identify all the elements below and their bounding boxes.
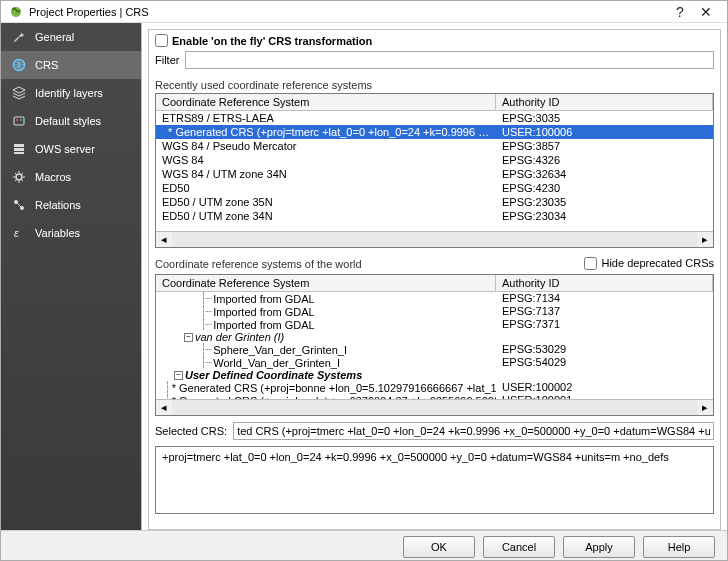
- auth-cell: EPSG:7137: [496, 305, 713, 318]
- crs-cell: ED50 / UTM zone 34N: [156, 210, 496, 222]
- svg-rect-4: [20, 119, 22, 121]
- tree-item[interactable]: − van der Grinten (I): [156, 331, 713, 343]
- server-icon: [11, 141, 27, 157]
- col-crs[interactable]: Coordinate Reference System: [156, 94, 496, 110]
- world-hscroll[interactable]: ◂ ▸: [156, 399, 713, 415]
- close-icon[interactable]: ✕: [693, 4, 719, 20]
- scroll-left-icon[interactable]: ◂: [156, 232, 172, 248]
- crs-cell: WGS 84 / Pseudo Mercator: [156, 140, 496, 152]
- auth-cell: EPSG:23035: [496, 196, 713, 208]
- col-auth[interactable]: Authority ID: [496, 94, 713, 110]
- gear-icon: [11, 169, 27, 185]
- crs-cell: − User Defined Coordinate Systems: [156, 369, 496, 381]
- titlebar: Project Properties | CRS ? ✕: [1, 1, 727, 23]
- sidebar-item-variables[interactable]: ε Variables: [1, 219, 141, 247]
- wrench-icon: [11, 29, 27, 45]
- crs-cell: ED50: [156, 182, 496, 194]
- crs-cell: ┆ * Generated CRS (+proj=bonne +lon_0=5.…: [156, 381, 496, 394]
- tree-item[interactable]: ┆┈ Sphere_Van_der_Grinten_IEPSG:53029: [156, 343, 713, 356]
- tree-item[interactable]: ┆┈ Imported from GDALEPSG:7137: [156, 305, 713, 318]
- crs-cell: ED50 / UTM zone 35N: [156, 196, 496, 208]
- sidebar-item-label: Identify layers: [35, 87, 103, 99]
- tree-item[interactable]: ┆ * Generated CRS (+proj=bonne +lon_0=5.…: [156, 381, 713, 394]
- tree-item[interactable]: ┆┈ Imported from GDALEPSG:7134: [156, 292, 713, 305]
- table-row[interactable]: WGS 84EPSG:4326: [156, 153, 713, 167]
- crs-groupbox: Enable 'on the fly' CRS transformation F…: [148, 29, 721, 530]
- tree-item[interactable]: − User Defined Coordinate Systems: [156, 369, 713, 381]
- auth-cell: EPSG:3035: [496, 112, 713, 124]
- proj-string-box: +proj=tmerc +lat_0=0 +lon_0=24 +k=0.9996…: [155, 446, 714, 514]
- enable-otf-checkbox[interactable]: [155, 34, 168, 47]
- svg-rect-3: [16, 119, 18, 121]
- table-row[interactable]: ED50 / UTM zone 35NEPSG:23035: [156, 195, 713, 209]
- svg-rect-6: [14, 148, 24, 151]
- hide-deprecated-label: Hide deprecated CRSs: [601, 257, 714, 269]
- svg-point-8: [16, 174, 22, 180]
- sidebar-item-label: CRS: [35, 59, 58, 71]
- sidebar-item-styles[interactable]: Default styles: [1, 107, 141, 135]
- recent-crs-list[interactable]: Coordinate Reference System Authority ID…: [155, 93, 714, 248]
- enable-otf-label: Enable 'on the fly' CRS transformation: [172, 35, 372, 47]
- svg-rect-7: [14, 152, 24, 154]
- col-crs[interactable]: Coordinate Reference System: [156, 275, 496, 291]
- sidebar-item-label: Variables: [35, 227, 80, 239]
- table-row[interactable]: ED50 / UTM zone 34NEPSG:23034: [156, 209, 713, 223]
- selected-crs-label: Selected CRS:: [155, 425, 227, 437]
- recent-hscroll[interactable]: ◂ ▸: [156, 231, 713, 247]
- filter-input[interactable]: [185, 51, 714, 69]
- palette-icon: [11, 113, 27, 129]
- ok-button[interactable]: OK: [403, 536, 475, 558]
- table-row[interactable]: ETRS89 / ETRS-LAEAEPSG:3035: [156, 111, 713, 125]
- recent-list-header: Coordinate Reference System Authority ID: [156, 94, 713, 111]
- crs-cell: ┆┈ Imported from GDAL: [156, 305, 496, 318]
- help-button[interactable]: Help: [643, 536, 715, 558]
- scroll-right-icon[interactable]: ▸: [697, 232, 713, 248]
- auth-cell: EPSG:54029: [496, 356, 713, 369]
- sidebar: General CRS Identify layers Default styl…: [1, 23, 141, 530]
- epsilon-icon: ε: [11, 225, 27, 241]
- tree-item[interactable]: ┆┈ World_Van_der_Grinten_IEPSG:54029: [156, 356, 713, 369]
- table-row[interactable]: WGS 84 / Pseudo MercatorEPSG:3857: [156, 139, 713, 153]
- sidebar-item-macros[interactable]: Macros: [1, 163, 141, 191]
- auth-cell: [496, 369, 713, 381]
- relations-icon: [11, 197, 27, 213]
- world-tree-header: Coordinate Reference System Authority ID: [156, 275, 713, 292]
- svg-rect-2: [14, 117, 24, 125]
- auth-cell: EPSG:4230: [496, 182, 713, 194]
- sidebar-item-label: Default styles: [35, 115, 101, 127]
- sidebar-item-ows[interactable]: OWS server: [1, 135, 141, 163]
- cancel-button[interactable]: Cancel: [483, 536, 555, 558]
- layers-icon: [11, 85, 27, 101]
- crs-cell: ┆┈ Imported from GDAL: [156, 292, 496, 305]
- dialog-button-bar: OK Cancel Apply Help: [1, 530, 727, 561]
- hide-deprecated-checkbox[interactable]: [584, 257, 597, 270]
- sidebar-item-identify[interactable]: Identify layers: [1, 79, 141, 107]
- table-row[interactable]: ED50EPSG:4230: [156, 181, 713, 195]
- globe-icon: [11, 57, 27, 73]
- auth-cell: EPSG:4326: [496, 154, 713, 166]
- help-icon[interactable]: ?: [667, 4, 693, 20]
- world-crs-label: Coordinate reference systems of the worl…: [155, 258, 362, 270]
- col-auth[interactable]: Authority ID: [496, 275, 713, 291]
- crs-cell: ┆┈ World_Van_der_Grinten_I: [156, 356, 496, 369]
- sidebar-item-crs[interactable]: CRS: [1, 51, 141, 79]
- scroll-left-icon[interactable]: ◂: [156, 400, 172, 416]
- auth-cell: EPSG:3857: [496, 140, 713, 152]
- table-row[interactable]: WGS 84 / UTM zone 34NEPSG:32634: [156, 167, 713, 181]
- selected-crs-field[interactable]: [233, 422, 714, 440]
- crs-cell: ┆┈ Imported from GDAL: [156, 318, 496, 331]
- table-row[interactable]: * Generated CRS (+proj=tmerc +lat_0=0 +l…: [156, 125, 713, 139]
- world-crs-tree[interactable]: Coordinate Reference System Authority ID…: [155, 274, 714, 416]
- expander-icon[interactable]: −: [184, 333, 193, 342]
- auth-cell: EPSG:7371: [496, 318, 713, 331]
- tree-item[interactable]: ┆┈ Imported from GDALEPSG:7371: [156, 318, 713, 331]
- crs-cell: ┆┈ Sphere_Van_der_Grinten_I: [156, 343, 496, 356]
- crs-cell: WGS 84: [156, 154, 496, 166]
- sidebar-item-relations[interactable]: Relations: [1, 191, 141, 219]
- scroll-right-icon[interactable]: ▸: [697, 400, 713, 416]
- crs-cell: * Generated CRS (+proj=tmerc +lat_0=0 +l…: [156, 126, 496, 138]
- expander-icon[interactable]: −: [174, 371, 183, 380]
- sidebar-item-general[interactable]: General: [1, 23, 141, 51]
- apply-button[interactable]: Apply: [563, 536, 635, 558]
- auth-cell: USER:100006: [496, 126, 713, 138]
